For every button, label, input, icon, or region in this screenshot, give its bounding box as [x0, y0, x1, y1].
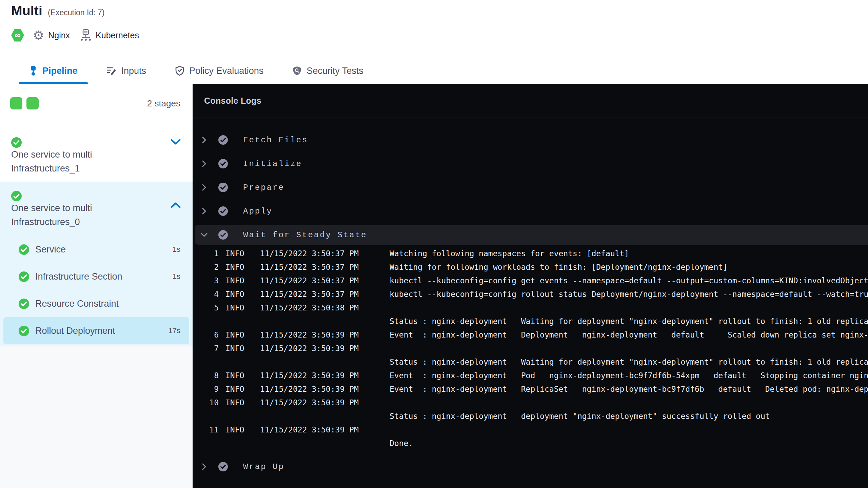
- step-infrastructure-section[interactable]: Infrastructure Section 1s: [0, 263, 193, 290]
- step-rollout-deployment[interactable]: Rollout Deployment 17s: [3, 317, 189, 344]
- stage-status-square-icon: [26, 97, 39, 109]
- step-label: Infrastructure Section: [35, 271, 122, 282]
- log-line: Status : nginx-deployment Waiting for de…: [193, 314, 868, 328]
- stage-item-infrastructures-1[interactable]: One service to multi Infrastructures_1: [0, 123, 193, 182]
- log-message: Event : nginx-deployment Deployment ngin…: [390, 330, 868, 339]
- log-line-number: 2: [200, 263, 219, 271]
- step-service[interactable]: Service 1s: [0, 236, 193, 263]
- success-check-icon: [19, 299, 29, 309]
- stage-name-text: One service to multi Infrastructures_1: [11, 149, 92, 174]
- log-line: 9INFO11/15/2022 3:50:39 PMEvent : nginx-…: [193, 382, 868, 396]
- stage-count: 2 stages: [147, 98, 180, 109]
- log-line: 8INFO11/15/2022 3:50:39 PMEvent : nginx-…: [193, 369, 868, 382]
- step-success-check-icon: [218, 183, 228, 192]
- log-timestamp: 11/15/2022 3:50:39 PM: [260, 398, 362, 407]
- log-timestamp: 11/15/2022 3:50:37 PM: [260, 249, 362, 258]
- execution-id: (Execution Id: 7): [48, 8, 104, 17]
- service-label: Nginx: [48, 30, 70, 40]
- log-line: 11INFO11/15/2022 3:50:39 PM: [193, 423, 868, 436]
- log-level: INFO: [225, 303, 246, 312]
- kubernetes-icon: [80, 29, 92, 42]
- console-body: Fetch Files Initialize: [193, 118, 868, 479]
- log-timestamp: 11/15/2022 3:50:37 PM: [260, 276, 362, 285]
- log-message: kubectl --kubeconfig=config rollout stat…: [390, 290, 868, 299]
- step-list: Service 1s Infrastructure Section 1s: [0, 236, 193, 344]
- console-panel: Console Logs Fetch Files: [193, 84, 868, 488]
- chevron-right-icon[interactable]: [200, 183, 208, 191]
- log-timestamp: 11/15/2022 3:50:39 PM: [260, 344, 362, 353]
- log-message: Status : nginx-deployment deployment "ng…: [390, 412, 868, 421]
- log-line: 6INFO11/15/2022 3:50:39 PMEvent : nginx-…: [193, 328, 868, 342]
- log-line-number: 8: [200, 371, 219, 380]
- log-line: Done.: [193, 436, 868, 450]
- log-level: INFO: [225, 344, 246, 353]
- console-step-initialize[interactable]: Initialize: [193, 152, 868, 176]
- step-duration: 1s: [173, 245, 180, 254]
- log-message: Done.: [390, 439, 868, 448]
- console-step-wait-for-steady-state[interactable]: Wait for Steady State: [195, 225, 868, 245]
- tab-bar: Pipeline Inputs Policy Evaluations: [0, 58, 868, 84]
- page-title: Multi: [11, 3, 42, 18]
- success-check-icon: [11, 137, 22, 148]
- console-title: Console Logs: [204, 96, 261, 106]
- log-line: Status : nginx-deployment Waiting for de…: [193, 355, 868, 369]
- log-line-number: 3: [200, 276, 219, 285]
- console-step-apply[interactable]: Apply: [193, 199, 868, 223]
- console-step-prepare[interactable]: Prepare: [193, 176, 868, 199]
- log-line-number: 1: [200, 249, 219, 258]
- log-level: INFO: [225, 385, 246, 393]
- step-label: Resource Constraint: [35, 299, 119, 309]
- tab-pipeline[interactable]: Pipeline: [19, 58, 88, 84]
- log-timestamp: 11/15/2022 3:50:39 PM: [260, 425, 362, 434]
- step-duration: 1s: [173, 272, 180, 281]
- log-line-number: 10: [200, 398, 219, 407]
- log-level: INFO: [225, 249, 246, 258]
- tab-label: Security Tests: [307, 66, 363, 76]
- log-level: INFO: [225, 425, 246, 434]
- chevron-right-icon[interactable]: [200, 463, 208, 471]
- log-level: INFO: [225, 263, 246, 271]
- log-timestamp: 11/15/2022 3:50:39 PM: [260, 371, 362, 380]
- log-message: Event : nginx-deployment Pod nginx-deplo…: [390, 371, 868, 380]
- log-level: INFO: [225, 398, 246, 407]
- console-step-wrap-up[interactable]: Wrap Up: [193, 455, 868, 479]
- console-step-label: Apply: [243, 207, 273, 216]
- log-level: INFO: [225, 330, 246, 339]
- chevron-down-icon[interactable]: [200, 232, 208, 237]
- chevron-right-icon[interactable]: [200, 136, 208, 144]
- log-level: INFO: [225, 276, 246, 285]
- tab-inputs[interactable]: Inputs: [96, 58, 157, 84]
- log-timestamp: 11/15/2022 3:50:37 PM: [260, 290, 362, 299]
- console-header: Console Logs: [193, 84, 868, 118]
- log-line-number: 7: [200, 344, 219, 353]
- stage-name: One service to multi Infrastructures_0: [11, 191, 126, 229]
- log-line-number: 5: [200, 303, 219, 312]
- log-message: Waiting for following workloads to finis…: [390, 263, 868, 271]
- infrastructure-label: Kubernetes: [96, 30, 139, 40]
- stages-summary: 2 stages: [0, 84, 193, 123]
- step-success-check-icon: [218, 135, 228, 145]
- log-message: Event : nginx-deployment ReplicaSet ngin…: [390, 385, 868, 393]
- log-line-number: 6: [200, 330, 219, 339]
- inputs-icon: [106, 66, 117, 76]
- console-step-label: Initialize: [243, 159, 302, 168]
- step-duration: 17s: [169, 326, 180, 335]
- console-step-label: Wrap Up: [243, 462, 284, 471]
- execution-meta-row: ∞ ⚙ Nginx Kubernetes: [11, 26, 139, 44]
- stage-item-infrastructures-0[interactable]: One service to multi Infrastructures_0 S…: [0, 182, 193, 346]
- console-step-label: Prepare: [243, 183, 284, 192]
- chevron-right-icon[interactable]: [200, 207, 208, 215]
- log-message: Status : nginx-deployment Waiting for de…: [390, 317, 868, 326]
- success-check-icon: [19, 326, 29, 336]
- log-line-number: 4: [200, 290, 219, 299]
- log-line-number: 11: [200, 425, 219, 434]
- chevron-down-icon[interactable]: [170, 139, 181, 145]
- tab-security-tests[interactable]: Security Tests: [282, 58, 374, 84]
- success-check-icon: [11, 191, 22, 201]
- tab-policy-evaluations[interactable]: Policy Evaluations: [165, 58, 274, 84]
- chevron-up-icon[interactable]: [170, 202, 181, 208]
- chevron-right-icon[interactable]: [200, 160, 208, 168]
- tab-label: Inputs: [121, 66, 146, 76]
- console-step-fetch-files[interactable]: Fetch Files: [193, 128, 868, 152]
- step-resource-constraint[interactable]: Resource Constraint: [0, 290, 193, 317]
